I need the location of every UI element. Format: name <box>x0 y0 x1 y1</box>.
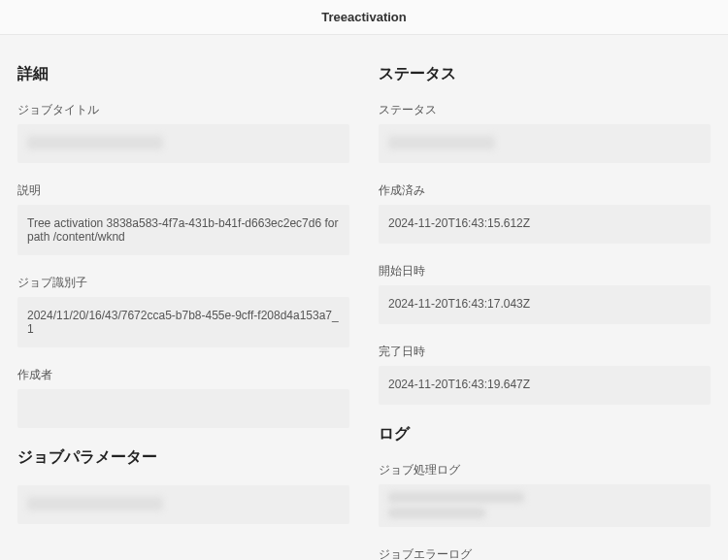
label-description: 説明 <box>17 182 349 199</box>
value-status <box>379 124 711 163</box>
label-job-identifier: ジョブ識別子 <box>17 275 349 291</box>
page-title: Treeactivation <box>321 10 406 24</box>
value-created-by <box>17 389 349 428</box>
value-job-identifier: 2024/11/20/16/43/7672cca5-b7b8-455e-9cff… <box>17 297 349 347</box>
field-job-identifier: ジョブ識別子 2024/11/20/16/43/7672cca5-b7b8-45… <box>17 275 349 347</box>
field-processing-log: ジョブ処理ログ <box>379 462 711 527</box>
field-status: ステータス <box>379 102 711 163</box>
label-start: 開始日時 <box>379 263 711 280</box>
right-column: ステータス ステータス 作成済み 2024-11-20T16:43:15.612… <box>379 45 711 560</box>
value-processing-log <box>379 484 711 527</box>
field-start: 開始日時 2024-11-20T16:43:17.043Z <box>379 263 711 324</box>
label-created-by: 作成者 <box>17 367 349 383</box>
details-section-title: 詳細 <box>17 64 349 84</box>
status-section-title: ステータス <box>379 64 711 84</box>
label-end: 完了日時 <box>379 344 711 360</box>
label-processing-log: ジョブ処理ログ <box>379 462 711 478</box>
label-status: ステータス <box>379 102 711 118</box>
field-description: 説明 Tree activation 3838a583-4f7a-431b-b4… <box>17 182 349 255</box>
main-container: 詳細 ジョブタイトル 説明 Tree activation 3838a583-4… <box>0 35 728 560</box>
value-description: Tree activation 3838a583-4f7a-431b-b41f-… <box>17 205 349 255</box>
log-section-title: ログ <box>379 424 711 445</box>
left-column: 詳細 ジョブタイトル 説明 Tree activation 3838a583-4… <box>17 45 349 560</box>
value-created: 2024-11-20T16:43:15.612Z <box>379 205 711 244</box>
value-end: 2024-11-20T16:43:19.647Z <box>379 366 711 405</box>
field-created-by: 作成者 <box>17 367 349 428</box>
parameters-section-title: ジョブパラメーター <box>17 447 349 468</box>
value-job-title <box>17 124 349 163</box>
field-job-title: ジョブタイトル <box>17 102 349 163</box>
value-start: 2024-11-20T16:43:17.043Z <box>379 285 711 324</box>
field-end: 完了日時 2024-11-20T16:43:19.647Z <box>379 344 711 405</box>
label-error-log: ジョブエラーログ <box>379 546 711 560</box>
field-error-log: ジョブエラーログ ログが見つかりません。 <box>379 546 711 560</box>
page-header: Treeactivation <box>0 0 728 35</box>
field-job-parameters <box>17 485 349 524</box>
field-created: 作成済み 2024-11-20T16:43:15.612Z <box>379 182 711 244</box>
value-job-parameters <box>17 485 349 524</box>
label-created: 作成済み <box>379 182 711 199</box>
label-job-title: ジョブタイトル <box>17 102 349 118</box>
